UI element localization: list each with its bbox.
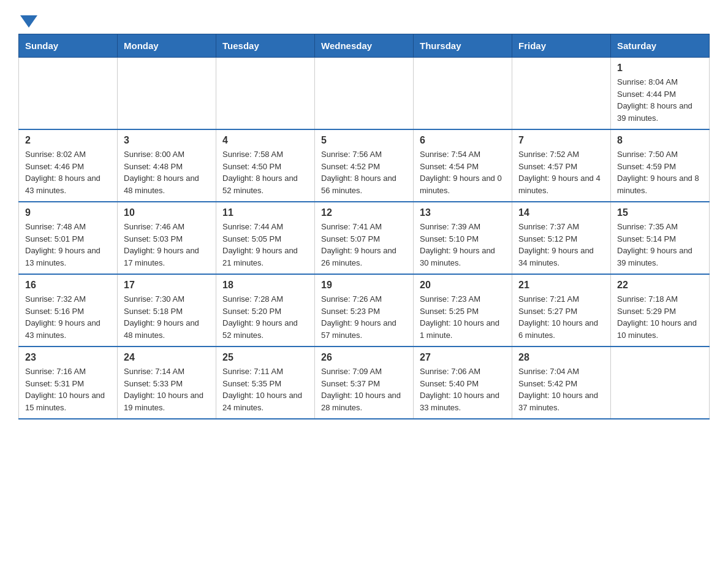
- day-info: Sunrise: 7:37 AM Sunset: 5:12 PM Dayligh…: [518, 221, 604, 269]
- day-info: Sunrise: 8:00 AM Sunset: 4:48 PM Dayligh…: [124, 148, 210, 196]
- day-number: 10: [124, 207, 210, 218]
- weekday-header-thursday: Thursday: [414, 34, 512, 58]
- day-number: 28: [518, 352, 604, 363]
- day-number: 6: [420, 135, 506, 146]
- day-info: Sunrise: 7:26 AM Sunset: 5:23 PM Dayligh…: [321, 293, 407, 341]
- calendar-day-cell: [315, 58, 414, 130]
- calendar-week-row: 9Sunrise: 7:48 AM Sunset: 5:01 PM Daylig…: [19, 202, 710, 274]
- logo: [18, 12, 38, 28]
- day-info: Sunrise: 7:16 AM Sunset: 5:31 PM Dayligh…: [25, 366, 111, 413]
- day-number: 21: [518, 280, 604, 291]
- calendar-day-cell: 7Sunrise: 7:52 AM Sunset: 4:57 PM Daylig…: [512, 129, 611, 202]
- calendar-day-cell: 2Sunrise: 8:02 AM Sunset: 4:46 PM Daylig…: [19, 129, 118, 202]
- day-number: 19: [321, 280, 407, 291]
- weekday-header-friday: Friday: [512, 34, 611, 58]
- day-info: Sunrise: 7:56 AM Sunset: 4:52 PM Dayligh…: [321, 148, 407, 196]
- day-number: 7: [518, 135, 604, 146]
- day-number: 24: [124, 352, 210, 363]
- day-info: Sunrise: 7:09 AM Sunset: 5:37 PM Dayligh…: [321, 366, 407, 413]
- day-number: 14: [518, 207, 604, 218]
- calendar-day-cell: 17Sunrise: 7:30 AM Sunset: 5:18 PM Dayli…: [118, 274, 216, 347]
- day-info: Sunrise: 7:30 AM Sunset: 5:18 PM Dayligh…: [124, 293, 210, 341]
- day-info: Sunrise: 7:50 AM Sunset: 4:59 PM Dayligh…: [617, 148, 703, 196]
- calendar-day-cell: 16Sunrise: 7:32 AM Sunset: 5:16 PM Dayli…: [19, 274, 118, 347]
- logo-arrow-icon: [20, 15, 37, 28]
- day-number: 18: [222, 280, 308, 291]
- calendar-day-cell: 5Sunrise: 7:56 AM Sunset: 4:52 PM Daylig…: [315, 129, 414, 202]
- calendar-week-row: 2Sunrise: 8:02 AM Sunset: 4:46 PM Daylig…: [19, 129, 710, 202]
- day-info: Sunrise: 8:02 AM Sunset: 4:46 PM Dayligh…: [25, 148, 111, 196]
- weekday-header-tuesday: Tuesday: [216, 34, 315, 58]
- calendar-day-cell: 8Sunrise: 7:50 AM Sunset: 4:59 PM Daylig…: [611, 129, 710, 202]
- day-number: 25: [222, 352, 308, 363]
- day-info: Sunrise: 7:52 AM Sunset: 4:57 PM Dayligh…: [518, 148, 604, 196]
- calendar-day-cell: 15Sunrise: 7:35 AM Sunset: 5:14 PM Dayli…: [611, 202, 710, 274]
- weekday-header-row: SundayMondayTuesdayWednesdayThursdayFrid…: [19, 34, 710, 58]
- day-number: 13: [420, 207, 506, 218]
- calendar-day-cell: 12Sunrise: 7:41 AM Sunset: 5:07 PM Dayli…: [315, 202, 414, 274]
- day-number: 26: [321, 352, 407, 363]
- calendar-day-cell: 24Sunrise: 7:14 AM Sunset: 5:33 PM Dayli…: [118, 347, 216, 419]
- calendar-day-cell: 27Sunrise: 7:06 AM Sunset: 5:40 PM Dayli…: [414, 347, 512, 419]
- calendar-day-cell: 4Sunrise: 7:58 AM Sunset: 4:50 PM Daylig…: [216, 129, 315, 202]
- day-number: 8: [617, 135, 703, 146]
- day-number: 2: [25, 135, 111, 146]
- day-number: 1: [617, 63, 703, 74]
- calendar-day-cell: [611, 347, 710, 419]
- day-info: Sunrise: 7:46 AM Sunset: 5:03 PM Dayligh…: [124, 221, 210, 269]
- day-info: Sunrise: 7:14 AM Sunset: 5:33 PM Dayligh…: [124, 366, 210, 413]
- calendar-day-cell: 11Sunrise: 7:44 AM Sunset: 5:05 PM Dayli…: [216, 202, 315, 274]
- day-info: Sunrise: 7:39 AM Sunset: 5:10 PM Dayligh…: [420, 221, 506, 269]
- day-info: Sunrise: 7:41 AM Sunset: 5:07 PM Dayligh…: [321, 221, 407, 269]
- calendar-day-cell: [512, 58, 611, 130]
- day-number: 3: [124, 135, 210, 146]
- day-info: Sunrise: 7:35 AM Sunset: 5:14 PM Dayligh…: [617, 221, 703, 269]
- day-info: Sunrise: 7:58 AM Sunset: 4:50 PM Dayligh…: [222, 148, 308, 196]
- day-number: 9: [25, 207, 111, 218]
- day-info: Sunrise: 7:48 AM Sunset: 5:01 PM Dayligh…: [25, 221, 111, 269]
- weekday-header-sunday: Sunday: [19, 34, 118, 58]
- calendar-day-cell: 20Sunrise: 7:23 AM Sunset: 5:25 PM Dayli…: [414, 274, 512, 347]
- calendar-day-cell: [216, 58, 315, 130]
- day-info: Sunrise: 7:11 AM Sunset: 5:35 PM Dayligh…: [222, 366, 308, 413]
- calendar-day-cell: 9Sunrise: 7:48 AM Sunset: 5:01 PM Daylig…: [19, 202, 118, 274]
- calendar-day-cell: 10Sunrise: 7:46 AM Sunset: 5:03 PM Dayli…: [118, 202, 216, 274]
- day-number: 22: [617, 280, 703, 291]
- day-info: Sunrise: 7:04 AM Sunset: 5:42 PM Dayligh…: [518, 366, 604, 413]
- day-info: Sunrise: 7:32 AM Sunset: 5:16 PM Dayligh…: [25, 293, 111, 341]
- day-info: Sunrise: 7:06 AM Sunset: 5:40 PM Dayligh…: [420, 366, 506, 413]
- calendar-day-cell: 22Sunrise: 7:18 AM Sunset: 5:29 PM Dayli…: [611, 274, 710, 347]
- day-number: 23: [25, 352, 111, 363]
- calendar-day-cell: 1Sunrise: 8:04 AM Sunset: 4:44 PM Daylig…: [611, 58, 710, 130]
- day-info: Sunrise: 7:28 AM Sunset: 5:20 PM Dayligh…: [222, 293, 308, 341]
- calendar-day-cell: 21Sunrise: 7:21 AM Sunset: 5:27 PM Dayli…: [512, 274, 611, 347]
- calendar-day-cell: [414, 58, 512, 130]
- day-number: 15: [617, 207, 703, 218]
- day-number: 12: [321, 207, 407, 218]
- calendar-day-cell: 26Sunrise: 7:09 AM Sunset: 5:37 PM Dayli…: [315, 347, 414, 419]
- day-number: 11: [222, 207, 308, 218]
- day-info: Sunrise: 7:21 AM Sunset: 5:27 PM Dayligh…: [518, 293, 604, 341]
- calendar-day-cell: 3Sunrise: 8:00 AM Sunset: 4:48 PM Daylig…: [118, 129, 216, 202]
- weekday-header-monday: Monday: [118, 34, 216, 58]
- calendar-week-row: 1Sunrise: 8:04 AM Sunset: 4:44 PM Daylig…: [19, 58, 710, 130]
- calendar-day-cell: 19Sunrise: 7:26 AM Sunset: 5:23 PM Dayli…: [315, 274, 414, 347]
- weekday-header-saturday: Saturday: [611, 34, 710, 58]
- day-number: 5: [321, 135, 407, 146]
- calendar-day-cell: 14Sunrise: 7:37 AM Sunset: 5:12 PM Dayli…: [512, 202, 611, 274]
- day-info: Sunrise: 7:23 AM Sunset: 5:25 PM Dayligh…: [420, 293, 506, 341]
- day-info: Sunrise: 7:44 AM Sunset: 5:05 PM Dayligh…: [222, 221, 308, 269]
- day-number: 27: [420, 352, 506, 363]
- calendar-day-cell: [118, 58, 216, 130]
- calendar-day-cell: 6Sunrise: 7:54 AM Sunset: 4:54 PM Daylig…: [414, 129, 512, 202]
- day-info: Sunrise: 7:18 AM Sunset: 5:29 PM Dayligh…: [617, 293, 703, 341]
- calendar-day-cell: 18Sunrise: 7:28 AM Sunset: 5:20 PM Dayli…: [216, 274, 315, 347]
- calendar-day-cell: 28Sunrise: 7:04 AM Sunset: 5:42 PM Dayli…: [512, 347, 611, 419]
- day-info: Sunrise: 8:04 AM Sunset: 4:44 PM Dayligh…: [617, 76, 703, 124]
- calendar-week-row: 16Sunrise: 7:32 AM Sunset: 5:16 PM Dayli…: [19, 274, 710, 347]
- calendar-day-cell: 25Sunrise: 7:11 AM Sunset: 5:35 PM Dayli…: [216, 347, 315, 419]
- day-number: 4: [222, 135, 308, 146]
- calendar-table: SundayMondayTuesdayWednesdayThursdayFrid…: [18, 34, 710, 419]
- calendar-day-cell: 13Sunrise: 7:39 AM Sunset: 5:10 PM Dayli…: [414, 202, 512, 274]
- calendar-day-cell: 23Sunrise: 7:16 AM Sunset: 5:31 PM Dayli…: [19, 347, 118, 419]
